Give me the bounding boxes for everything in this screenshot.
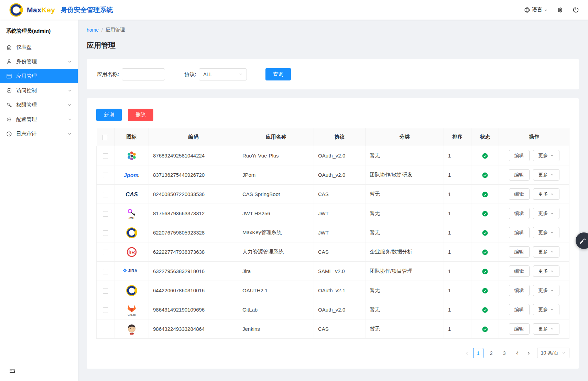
edit-button[interactable]: 编辑	[509, 169, 530, 181]
edit-button[interactable]: 编辑	[509, 304, 530, 315]
status-enabled-icon	[482, 249, 488, 255]
app-code: 817568793663373312	[149, 204, 238, 223]
previous-page-icon[interactable]	[464, 350, 470, 357]
maxkey-logo-icon	[9, 3, 23, 17]
select-all-checkbox[interactable]	[102, 135, 108, 140]
app-name-input[interactable]	[122, 68, 165, 80]
chevron-down-icon	[550, 154, 554, 157]
sidebar-item-audit-log[interactable]: 日志审计	[0, 127, 78, 141]
svg-text:hR: hR	[128, 249, 135, 255]
row-checkbox[interactable]	[103, 173, 108, 178]
row-checkbox[interactable]	[103, 230, 108, 236]
more-button[interactable]: 更多	[533, 150, 559, 161]
more-button[interactable]: 更多	[533, 227, 559, 238]
breadcrumb-current: 应用管理	[106, 27, 125, 33]
sidebar-item-label: 配置管理	[16, 116, 37, 123]
app-category: 暂无	[366, 281, 444, 300]
more-button[interactable]: 更多	[533, 304, 559, 315]
edit-button[interactable]: 编辑	[509, 285, 530, 296]
page-button-2[interactable]: 2	[486, 348, 497, 358]
brand-name: MaxKey	[27, 6, 55, 14]
settings-gear-icon[interactable]	[557, 7, 564, 13]
edit-button[interactable]: 编辑	[509, 208, 530, 219]
search-button[interactable]: 查询	[265, 68, 291, 80]
row-checkbox[interactable]	[103, 307, 108, 313]
chevron-down-icon	[550, 308, 554, 312]
language-selector[interactable]: 语言	[524, 7, 548, 13]
column-header: 操作	[499, 128, 569, 146]
column-header: 应用名称	[238, 128, 314, 146]
app-code: 876892492581044224	[149, 146, 238, 165]
chevron-down-icon	[550, 173, 554, 177]
next-page-icon[interactable]	[525, 350, 532, 357]
delete-button[interactable]: 删除	[128, 109, 153, 121]
protocol-label: 协议:	[184, 71, 196, 78]
row-checkbox[interactable]	[103, 192, 108, 197]
row-checkbox[interactable]	[103, 153, 108, 159]
app-header: MaxKey 身份安全管理系统 语言	[0, 0, 588, 20]
edit-button[interactable]: 编辑	[509, 188, 530, 200]
edit-button[interactable]: 编辑	[509, 227, 530, 238]
more-button[interactable]: 更多	[533, 285, 559, 296]
app-code: 986432249333284864	[149, 319, 238, 339]
sidebar-item-dashboard[interactable]: 仪表盘	[0, 40, 78, 54]
more-button[interactable]: 更多	[533, 265, 559, 277]
page-button-3[interactable]: 3	[499, 348, 510, 358]
row-checkbox[interactable]	[103, 211, 108, 217]
more-button[interactable]: 更多	[533, 208, 559, 219]
breadcrumb-home-link[interactable]: home	[87, 27, 99, 33]
edit-button[interactable]: 编辑	[509, 265, 530, 277]
pagination-pages: 1234	[473, 348, 523, 358]
page-button-1[interactable]: 1	[473, 348, 483, 358]
app-category: 企业服务/数据分析	[366, 242, 444, 262]
header-actions: 语言	[524, 7, 579, 13]
add-button[interactable]: 新增	[96, 109, 122, 121]
app-name-label: 应用名称:	[97, 71, 119, 78]
more-button[interactable]: 更多	[533, 188, 559, 200]
status-enabled-icon	[482, 192, 488, 197]
sidebar-item-access-control[interactable]: 访问控制	[0, 83, 78, 98]
cas-icon: CAS	[123, 190, 140, 198]
app-name: JPom	[238, 165, 314, 185]
row-checkbox[interactable]	[103, 288, 108, 294]
column-header: 协议	[314, 128, 366, 146]
row-checkbox[interactable]	[103, 250, 108, 255]
row-checkbox[interactable]	[103, 327, 108, 332]
app-name: JWT HS256	[238, 204, 314, 223]
app-title: 身份安全管理系统	[61, 6, 113, 14]
page-button-4[interactable]: 4	[512, 348, 523, 358]
sidebar-item-permissions[interactable]: 权限管理	[0, 98, 78, 112]
chevron-down-icon	[68, 60, 72, 64]
edit-button[interactable]: 编辑	[509, 246, 530, 258]
more-button[interactable]: 更多	[533, 323, 559, 335]
sidebar: 系统管理员(admin) 仪表盘身份管理应用管理访问控制权限管理配置管理日志审计	[0, 20, 78, 381]
more-button[interactable]: 更多	[533, 246, 559, 258]
chevron-down-icon	[550, 192, 554, 196]
app-sort: 1	[444, 281, 471, 300]
user-icon	[6, 59, 12, 65]
page-size-select[interactable]: 10 条/页	[537, 348, 569, 358]
sidebar-item-identity[interactable]: 身份管理	[0, 54, 78, 69]
app-sort: 1	[444, 262, 471, 281]
brand-max: Max	[27, 6, 41, 14]
status-enabled-icon	[482, 307, 488, 313]
svg-text:Jpom: Jpom	[124, 172, 139, 178]
row-checkbox[interactable]	[103, 269, 108, 274]
sidebar-item-apps[interactable]: 应用管理	[0, 69, 78, 83]
more-button[interactable]: 更多	[533, 169, 559, 181]
sidebar-item-label: 权限管理	[16, 102, 37, 108]
protocol-select[interactable]: ALL	[199, 68, 247, 80]
edit-button[interactable]: 编辑	[509, 150, 530, 161]
status-enabled-icon	[482, 269, 488, 274]
logout-power-icon[interactable]	[573, 7, 579, 13]
app-name: GitLab	[238, 300, 314, 319]
ruoyi-icon	[126, 150, 138, 162]
status-enabled-icon	[482, 326, 488, 332]
column-header: 状态	[471, 128, 499, 146]
edit-button[interactable]: 编辑	[509, 323, 530, 335]
chevron-down-icon	[550, 327, 554, 331]
app-code: 622076759805923328	[149, 223, 238, 242]
sidebar-item-configuration[interactable]: 配置管理	[0, 112, 78, 127]
breadcrumb-separator: /	[101, 27, 103, 33]
collapse-sidebar-icon[interactable]	[9, 368, 15, 374]
